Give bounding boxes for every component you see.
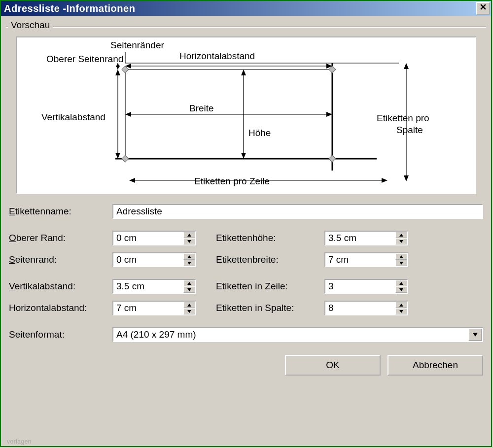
label-seitenformat: Seitenformat:	[9, 329, 112, 340]
dropdown-button[interactable]	[468, 328, 482, 341]
ok-button[interactable]: OK	[285, 355, 381, 376]
spin-down[interactable]	[183, 308, 195, 314]
oberer-rand-input[interactable]	[113, 232, 183, 244]
spin-btns	[395, 232, 407, 244]
svg-rect-10	[329, 155, 336, 162]
horizontalabstand-input[interactable]	[113, 302, 183, 314]
svg-marker-18	[115, 153, 120, 159]
spin-btns	[183, 232, 195, 244]
svg-marker-40	[187, 288, 191, 291]
etikettenname-input[interactable]	[112, 204, 483, 219]
row-seitenformat: Seitenformat: A4 (210 x 297 mm)	[9, 327, 483, 342]
label-etikettenhoehe: Etikettenhöhe:	[216, 233, 324, 243]
label-etiketten-spalte-1: Etiketten pro	[377, 113, 429, 123]
spin-up[interactable]	[395, 302, 407, 308]
svg-marker-27	[404, 175, 409, 181]
svg-marker-39	[187, 282, 191, 285]
spin-up[interactable]	[183, 232, 195, 238]
label-etiketten-spalte-2: Spalte	[396, 125, 423, 135]
row-top-height: Oberer Rand: Etikettenhöhe:	[9, 231, 483, 245]
spin-etiketten-spalte	[324, 301, 408, 315]
svg-marker-46	[399, 310, 403, 313]
close-button[interactable]	[476, 2, 490, 15]
label-vertikalabstand: Vertikalabstand	[41, 112, 106, 122]
spin-down[interactable]	[183, 260, 195, 266]
label-etikettenbreite: Etikettenbreite:	[216, 254, 324, 265]
svg-marker-37	[399, 255, 403, 258]
spin-btns	[183, 253, 195, 266]
seitenrand-input[interactable]	[113, 253, 183, 266]
button-bar: OK Abbrechen	[6, 349, 486, 376]
svg-marker-23	[241, 69, 246, 75]
spinner-etikettenhoehe	[324, 231, 408, 245]
spin-vertikalabstand	[112, 279, 196, 294]
form-area: Etikettenname: Oberer Rand:	[6, 199, 486, 349]
svg-marker-47	[473, 333, 478, 337]
etiketten-spalte-input[interactable]	[325, 302, 395, 314]
svg-marker-38	[399, 262, 403, 265]
svg-marker-31	[187, 234, 191, 237]
svg-marker-20	[125, 112, 131, 117]
svg-marker-45	[399, 304, 403, 307]
cancel-button[interactable]: Abbrechen	[387, 355, 483, 376]
spin-down[interactable]	[395, 238, 407, 244]
svg-marker-17	[115, 69, 120, 75]
etikettenhoehe-input[interactable]	[325, 232, 395, 244]
spin-up[interactable]	[183, 253, 195, 260]
spin-up[interactable]	[395, 253, 407, 260]
watermark: vorlagen	[7, 438, 32, 445]
spacer	[9, 226, 483, 231]
spin-down[interactable]	[395, 286, 407, 293]
field-etikettenname	[112, 204, 483, 219]
label-hoehe: Höhe	[248, 128, 271, 138]
client-area: Vorschau Seitenränder Oberer Seitenrand	[1, 16, 491, 446]
spacer	[9, 322, 483, 327]
dialog-window: Adressliste -Informationen Vorschau Seit…	[0, 0, 492, 447]
svg-marker-21	[326, 112, 332, 117]
svg-marker-4	[116, 66, 120, 69]
spin-up[interactable]	[183, 280, 195, 286]
svg-marker-35	[187, 255, 191, 258]
spin-oberer-rand	[112, 231, 196, 245]
svg-marker-34	[399, 240, 403, 243]
label-seitenrand: Seitenrand:	[9, 254, 112, 265]
spin-btns	[395, 253, 407, 266]
group-line	[6, 27, 486, 28]
window-title: Adressliste -Informationen	[4, 3, 476, 14]
label-oberer-rand: Oberer Rand:	[9, 233, 112, 243]
preview-legend: Vorschau	[8, 20, 53, 31]
preview-group: Vorschau Seitenränder Oberer Seitenrand	[6, 27, 486, 199]
svg-marker-42	[399, 288, 403, 291]
vertikalabstand-input[interactable]	[113, 280, 183, 293]
spacer	[9, 274, 483, 279]
svg-marker-36	[187, 262, 191, 265]
spin-etikettenhoehe	[324, 231, 408, 245]
svg-marker-43	[187, 304, 191, 307]
titlebar: Adressliste -Informationen	[1, 1, 491, 16]
spin-btns	[183, 302, 195, 314]
svg-marker-29	[129, 178, 135, 183]
spin-btns	[183, 280, 195, 293]
field-seitenformat: A4 (210 x 297 mm)	[112, 327, 483, 342]
close-icon	[480, 4, 486, 10]
label-horizontalabstand-field: Horizontalabstand:	[9, 303, 112, 313]
spin-down[interactable]	[395, 260, 407, 266]
etikettenbreite-input[interactable]	[325, 253, 395, 266]
spin-down[interactable]	[183, 286, 195, 293]
spin-up[interactable]	[395, 232, 407, 238]
label-seitenraender: Seitenränder	[110, 40, 164, 50]
spin-up[interactable]	[395, 280, 407, 286]
seitenformat-dropdown[interactable]: A4 (210 x 297 mm)	[112, 327, 483, 342]
svg-marker-24	[241, 153, 246, 159]
spin-horizontalabstand	[112, 301, 196, 315]
row-horiz-spalte: Horizontalabstand: Etiketten in Spalte:	[9, 301, 483, 315]
chevron-down-icon	[473, 333, 478, 337]
spin-down[interactable]	[183, 238, 195, 244]
svg-rect-9	[122, 155, 129, 162]
etiketten-zeile-input[interactable]	[325, 280, 395, 293]
spin-down[interactable]	[395, 308, 407, 314]
label-breite: Breite	[189, 103, 214, 113]
label-etiketten-spalte-field: Etiketten in Spalte:	[216, 303, 324, 313]
spin-up[interactable]	[183, 302, 195, 308]
svg-marker-44	[187, 310, 191, 313]
